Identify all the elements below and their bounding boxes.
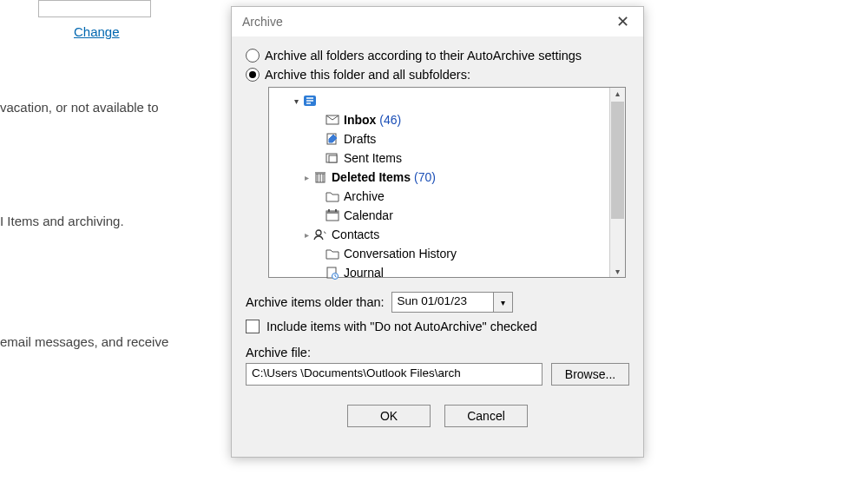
expander-icon[interactable] [300, 230, 312, 240]
cancel-button[interactable]: Cancel [444, 405, 528, 427]
contacts-icon [312, 228, 328, 241]
date-dropdown-button[interactable]: ▾ [494, 292, 513, 313]
folder-icon [325, 247, 340, 260]
calendar-icon [325, 208, 340, 222]
drafts-icon [325, 132, 340, 146]
svg-rect-9 [328, 209, 330, 212]
include-checkbox-label: Include items with "Do not AutoArchive" … [266, 320, 537, 333]
svg-point-11 [316, 230, 321, 235]
tree-item-label: Inbox [344, 113, 376, 127]
chevron-down-icon: ▾ [501, 298, 505, 307]
close-icon[interactable]: ✕ [612, 14, 633, 30]
sent-icon [325, 151, 340, 165]
archive-file-path-input[interactable]: C:\Users \Documents\Outlook Files\arch [246, 363, 542, 386]
background-text-3: email messages, and receive [0, 334, 168, 349]
change-link[interactable]: Change [74, 24, 120, 39]
radio-icon [246, 49, 260, 63]
older-than-label: Archive items older than: [246, 295, 385, 309]
tree-item-count: (46) [379, 113, 401, 127]
tree-item-label: Sent Items [344, 151, 402, 165]
dialog-title: Archive [242, 15, 283, 29]
tree-item-contacts[interactable]: Contacts [274, 225, 625, 244]
mail-icon [325, 113, 340, 127]
tree-item-label: Calendar [344, 208, 393, 222]
journal-icon [325, 266, 340, 280]
browse-button[interactable]: Browse... [551, 363, 629, 386]
tree-item-archive[interactable]: Archive [274, 187, 625, 206]
tree-item-label: Deleted Items [332, 170, 411, 184]
scroll-down-icon[interactable]: ▾ [610, 267, 625, 276]
archive-file-label: Archive file: [246, 346, 629, 359]
ok-button[interactable]: OK [347, 405, 431, 427]
account-icon [302, 94, 318, 108]
radio-archive-this[interactable]: Archive this folder and all subfolders: [246, 68, 629, 82]
scroll-up-icon[interactable]: ▴ [610, 89, 625, 98]
scroll-thumb[interactable] [611, 102, 624, 219]
radio-archive-all[interactable]: Archive all folders according to their A… [246, 49, 629, 63]
tree-item-label: Conversation History [344, 247, 457, 260]
expander-icon[interactable] [300, 173, 312, 182]
checkbox-icon [246, 320, 260, 333]
archive-dialog: Archive ✕ Archive all folders according … [231, 6, 644, 458]
tree-item-label: Contacts [332, 228, 379, 241]
tree-item-count: (70) [414, 170, 436, 184]
tree-item-drafts[interactable]: Drafts [274, 129, 625, 148]
background-text-1: vacation, or not available to [0, 100, 159, 115]
tree-item-journal[interactable]: Journal [274, 263, 625, 282]
background-text-2: I Items and archiving. [0, 214, 124, 228]
svg-rect-10 [335, 209, 337, 212]
dialog-titlebar: Archive ✕ [232, 7, 643, 36]
tree-item-label: Drafts [344, 132, 376, 146]
trash-icon [312, 170, 328, 184]
tree-item-account[interactable] [274, 91, 625, 110]
tree-scrollbar[interactable]: ▴ ▾ [609, 88, 625, 277]
expander-icon[interactable] [290, 96, 302, 106]
tree-item-sent-items[interactable]: Sent Items [274, 148, 625, 168]
tree-item-calendar[interactable]: Calendar [274, 206, 625, 225]
radio-icon [246, 68, 260, 82]
tree-item-label: Archive [344, 189, 385, 203]
tree-item-deleted-items[interactable]: Deleted Items(70) [274, 168, 625, 187]
include-do-not-autoarchive[interactable]: Include items with "Do not AutoArchive" … [246, 320, 629, 333]
radio-all-label: Archive all folders according to their A… [265, 49, 582, 63]
tree-item-inbox[interactable]: Inbox(46) [274, 110, 625, 129]
folder-tree[interactable]: Inbox(46)DraftsSent ItemsDeleted Items(7… [268, 87, 626, 278]
svg-rect-6 [315, 172, 326, 174]
background-thumbnail [38, 0, 151, 17]
older-than-date-input[interactable]: Sun 01/01/23 [391, 292, 494, 313]
svg-rect-4 [329, 155, 337, 162]
tree-item-conversation-history[interactable]: Conversation History [274, 244, 625, 263]
folder-icon [325, 189, 340, 203]
tree-item-label: Journal [344, 266, 384, 280]
radio-this-label: Archive this folder and all subfolders: [265, 68, 470, 82]
